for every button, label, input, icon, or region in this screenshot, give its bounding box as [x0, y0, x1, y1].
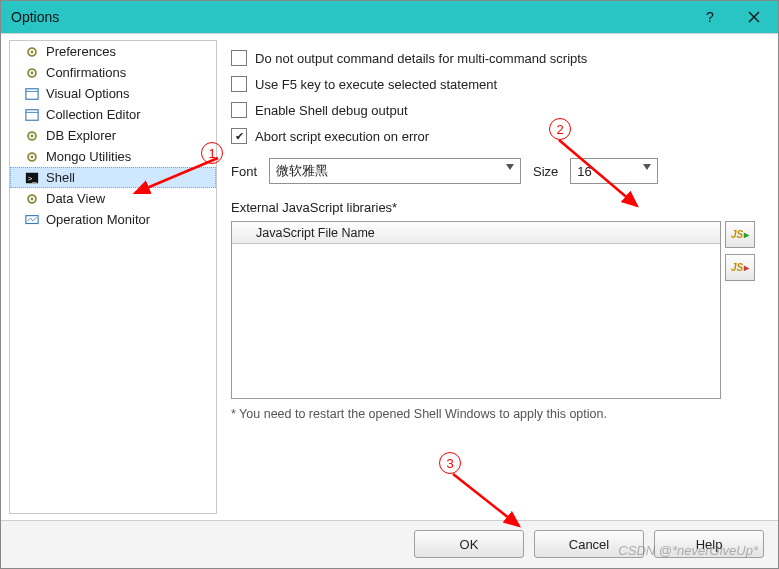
size-label: Size	[533, 164, 558, 179]
tree-item-mongo-utilities[interactable]: Mongo Utilities	[10, 146, 216, 167]
checkbox[interactable]	[231, 102, 247, 118]
tree-item-db-explorer[interactable]: DB Explorer	[10, 125, 216, 146]
svg-text:>_: >_	[28, 173, 38, 182]
category-tree[interactable]: Preferences Confirmations Visual Options…	[9, 40, 217, 514]
svg-point-15	[31, 197, 34, 200]
checkbox-row-no-output[interactable]: Do not output command details for multi-…	[231, 50, 768, 66]
tree-label: Collection Editor	[46, 107, 141, 122]
restart-footnote: * You need to restart the opened Shell W…	[231, 407, 768, 421]
tree-label: DB Explorer	[46, 128, 116, 143]
gear-icon	[24, 149, 40, 165]
chevron-down-icon	[643, 164, 651, 170]
help-button[interactable]: ?	[688, 2, 732, 32]
dialog-footer: OK Cancel Help	[1, 520, 778, 567]
tree-item-collection-editor[interactable]: Collection Editor	[10, 104, 216, 125]
panel-icon	[24, 107, 40, 123]
add-js-button[interactable]: JS▸	[725, 221, 755, 248]
tree-label: Shell	[46, 170, 75, 185]
tree-item-preferences[interactable]: Preferences	[10, 41, 216, 62]
tree-item-visual-options[interactable]: Visual Options	[10, 83, 216, 104]
font-label: Font	[231, 164, 257, 179]
list-header: JavaScript File Name	[232, 222, 720, 244]
tree-item-operation-monitor[interactable]: Operation Monitor	[10, 209, 216, 230]
svg-point-1	[31, 50, 34, 53]
chevron-down-icon	[506, 164, 514, 170]
tree-label: Data View	[46, 191, 105, 206]
font-combobox[interactable]: 微软雅黑	[269, 158, 521, 184]
panel-icon	[24, 86, 40, 102]
dialog-body: Preferences Confirmations Visual Options…	[1, 33, 778, 520]
checkbox[interactable]: ✔	[231, 128, 247, 144]
external-js-label: External JavaScript libraries*	[231, 200, 768, 215]
checkbox-label: Enable Shell debug output	[255, 103, 408, 118]
help-button-footer[interactable]: Help	[654, 530, 764, 558]
console-icon: >_	[24, 170, 40, 186]
size-value: 16	[577, 164, 591, 179]
svg-rect-4	[26, 88, 38, 99]
remove-js-button[interactable]: JS▸	[725, 254, 755, 281]
checkbox-row-abort-error[interactable]: ✔ Abort script execution on error	[231, 128, 768, 144]
shell-options-panel: Do not output command details for multi-…	[225, 40, 768, 514]
svg-rect-6	[26, 109, 38, 120]
font-value: 微软雅黑	[276, 162, 328, 180]
window-title: Options	[11, 9, 688, 25]
checkbox-row-f5-execute[interactable]: Use F5 key to execute selected statement	[231, 76, 768, 92]
checkbox[interactable]	[231, 50, 247, 66]
checkbox-row-debug-output[interactable]: Enable Shell debug output	[231, 102, 768, 118]
svg-point-11	[31, 155, 34, 158]
ok-button[interactable]: OK	[414, 530, 524, 558]
tree-item-confirmations[interactable]: Confirmations	[10, 62, 216, 83]
close-icon	[748, 11, 760, 23]
close-button[interactable]	[732, 2, 776, 32]
font-size-row: Font 微软雅黑 Size 16	[231, 158, 768, 184]
tree-item-shell[interactable]: >_Shell	[10, 167, 216, 188]
cancel-button[interactable]: Cancel	[534, 530, 644, 558]
monitor-icon	[24, 212, 40, 228]
tree-label: Operation Monitor	[46, 212, 150, 227]
tree-label: Confirmations	[46, 65, 126, 80]
column-header: JavaScript File Name	[256, 226, 375, 240]
titlebar: Options ?	[1, 1, 778, 33]
external-js-area: JavaScript File Name JS▸ JS▸	[225, 221, 768, 399]
annotation-3: 3	[439, 452, 461, 474]
svg-point-9	[31, 134, 34, 137]
size-combobox[interactable]: 16	[570, 158, 658, 184]
checkbox-label: Do not output command details for multi-…	[255, 51, 587, 66]
external-js-list[interactable]: JavaScript File Name	[231, 221, 721, 399]
gear-icon	[24, 65, 40, 81]
gear-icon	[24, 128, 40, 144]
checkbox-label: Abort script execution on error	[255, 129, 429, 144]
tree-item-data-view[interactable]: Data View	[10, 188, 216, 209]
gear-icon	[24, 191, 40, 207]
options-dialog: Options ? Preferences Confirmations Visu…	[0, 0, 779, 569]
gear-icon	[24, 44, 40, 60]
checkbox-label: Use F5 key to execute selected statement	[255, 77, 497, 92]
checkbox[interactable]	[231, 76, 247, 92]
list-side-buttons: JS▸ JS▸	[725, 221, 755, 281]
tree-label: Mongo Utilities	[46, 149, 131, 164]
tree-label: Visual Options	[46, 86, 130, 101]
svg-point-3	[31, 71, 34, 74]
tree-label: Preferences	[46, 44, 116, 59]
